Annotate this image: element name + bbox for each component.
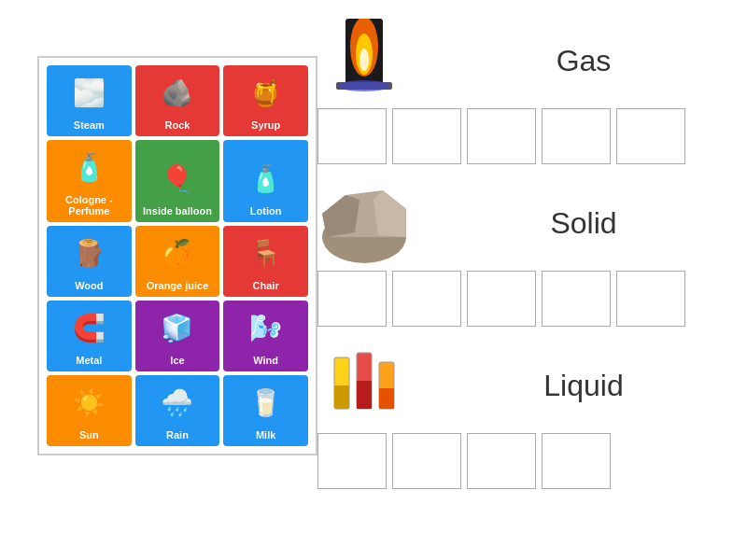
card-inside_balloon[interactable]: 🎈Inside balloon [135,140,220,222]
card-img-metal: 🧲 [61,304,117,351]
card-rock[interactable]: 🪨Rock [135,65,220,136]
drop-box-solid-4[interactable] [616,271,685,327]
category-solid: Solid [317,181,728,327]
card-orange_juice[interactable]: 🍊Orange juice [135,226,220,297]
drop-box-solid-0[interactable] [317,271,387,327]
category-label-liquid: Liquid [439,369,728,403]
category-label-solid: Solid [439,206,728,241]
card-label-sun: Sun [49,427,130,442]
card-label-steam: Steam [49,118,130,133]
drop-box-liquid-2[interactable] [467,433,536,489]
drop-box-liquid-1[interactable] [392,433,461,489]
card-chair[interactable]: 🪑Chair [223,226,308,297]
card-label-inside_balloon: Inside balloon [137,203,218,218]
card-cologne[interactable]: 🧴Cologne - Perfume [47,140,132,222]
card-img-wind: 🌬️ [238,304,294,351]
card-label-rain: Rain [137,427,218,442]
card-img-steam: 🌫️ [61,69,117,116]
drop-row-liquid [317,433,728,489]
card-label-metal: Metal [49,353,130,368]
svg-rect-12 [334,385,349,409]
drop-box-gas-3[interactable] [542,108,611,164]
drop-box-gas-1[interactable] [392,108,461,164]
drop-box-solid-3[interactable] [542,271,611,327]
card-img-lotion: 🧴 [238,155,294,202]
card-sun[interactable]: ☀️Sun [47,375,132,446]
drop-box-liquid-3[interactable] [542,433,611,489]
card-img-rock: 🪨 [149,69,205,116]
card-label-wood: Wood [49,278,130,293]
card-syrup[interactable]: 🍯Syrup [223,65,308,136]
card-label-lotion: Lotion [225,203,306,218]
category-label-gas: Gas [439,44,728,78]
drop-box-solid-2[interactable] [467,271,536,327]
card-label-orange_juice: Orange juice [137,278,218,293]
card-steam[interactable]: 🌫️Steam [47,65,132,136]
category-img-solid [317,181,411,265]
card-ice[interactable]: 🧊Ice [135,301,220,371]
card-label-wind: Wind [225,353,306,368]
svg-rect-15 [357,381,372,409]
card-img-inside_balloon: 🎈 [149,155,205,202]
card-label-chair: Chair [225,278,306,293]
category-gas: Gas [317,19,728,164]
svg-point-3 [359,49,369,71]
card-metal[interactable]: 🧲Metal [47,301,132,371]
card-img-ice: 🧊 [149,304,205,351]
svg-rect-18 [379,388,394,409]
card-img-syrup: 🍯 [238,69,294,116]
category-img-gas [317,19,411,103]
drop-box-gas-4[interactable] [616,108,685,164]
card-label-rock: Rock [137,118,218,133]
item-cards-panel: 🌫️Steam🪨Rock🍯Syrup🧴Cologne - Perfume🎈Ins… [37,56,317,455]
card-milk[interactable]: 🥛Milk [223,375,308,446]
drop-box-liquid-0[interactable] [317,433,387,489]
svg-marker-8 [322,195,359,237]
card-img-sun: ☀️ [61,379,117,426]
drop-box-solid-1[interactable] [392,271,461,327]
card-img-wood: 🪵 [61,230,117,276]
card-img-rain: 🌧️ [149,379,205,426]
card-lotion[interactable]: 🧴Lotion [223,140,308,222]
card-label-cologne: Cologne - Perfume [49,192,130,218]
svg-point-5 [338,80,390,91]
category-liquid: Liquid [317,343,728,489]
card-wind[interactable]: 🌬️Wind [223,301,308,371]
drop-row-solid [317,271,728,327]
drop-row-gas [317,108,728,164]
categories-panel: Gas Solid Liquid [317,19,728,506]
card-img-chair: 🪑 [238,230,294,276]
card-label-syrup: Syrup [225,118,306,133]
card-label-milk: Milk [225,427,306,442]
drop-box-gas-0[interactable] [317,108,387,164]
card-wood[interactable]: 🪵Wood [47,226,132,297]
card-img-milk: 🥛 [238,379,294,426]
card-img-orange_juice: 🍊 [149,230,205,276]
card-img-cologne: 🧴 [61,144,117,190]
drop-box-gas-2[interactable] [467,108,536,164]
card-rain[interactable]: 🌧️Rain [135,375,220,446]
category-img-liquid [317,343,411,427]
card-label-ice: Ice [137,353,218,368]
svg-marker-9 [374,190,406,237]
